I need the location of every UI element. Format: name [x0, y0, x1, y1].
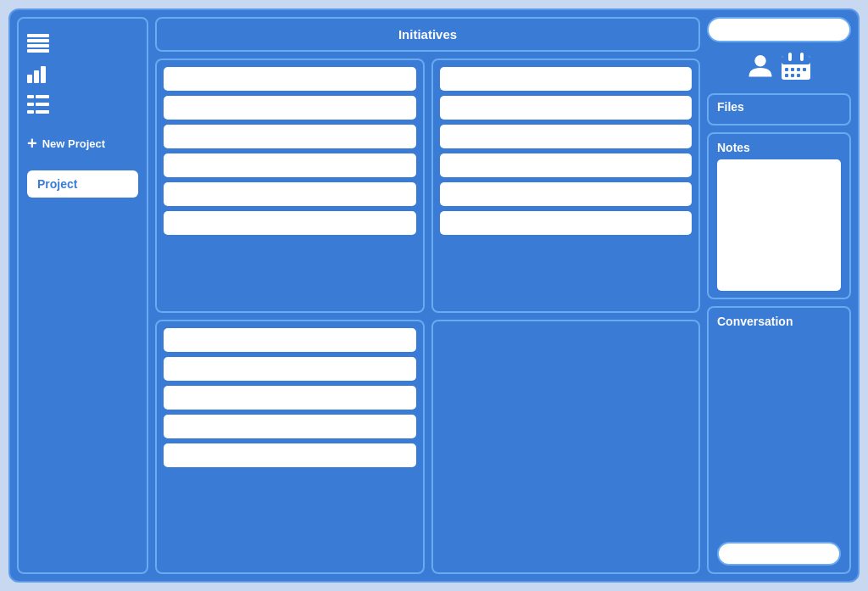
- plus-icon: +: [27, 134, 37, 153]
- chart-icon[interactable]: [27, 64, 138, 83]
- right-panel-inner: Files Notes Conversation: [707, 17, 851, 574]
- conversation-section: Conversation: [707, 306, 851, 574]
- row-item[interactable]: [164, 67, 416, 91]
- svg-rect-7: [27, 95, 34, 98]
- main-content: Initiatives: [155, 17, 700, 574]
- avatar-icon[interactable]: [748, 53, 773, 83]
- row-item[interactable]: [440, 125, 693, 148]
- bottom-right-panel: [431, 320, 701, 574]
- files-label: Files: [717, 100, 744, 114]
- tasks-icon[interactable]: [27, 95, 138, 114]
- row-item[interactable]: [164, 443, 416, 467]
- row-item[interactable]: [440, 96, 693, 120]
- row-item[interactable]: [164, 328, 416, 352]
- svg-rect-8: [36, 95, 49, 98]
- notes-section: Notes: [707, 132, 851, 299]
- row-item[interactable]: [440, 67, 693, 91]
- row-item[interactable]: [440, 211, 693, 235]
- conversation-label: Conversation: [717, 315, 841, 328]
- row-item[interactable]: [164, 96, 416, 120]
- row-item[interactable]: [164, 182, 416, 206]
- row-item[interactable]: [164, 153, 416, 177]
- sidebar-icons-group: [27, 34, 138, 114]
- app-container: + New Project Project Initiatives: [8, 8, 860, 583]
- svg-rect-15: [782, 56, 810, 64]
- svg-rect-17: [800, 53, 804, 61]
- right-search-input[interactable]: [707, 17, 851, 42]
- row-item[interactable]: [164, 386, 416, 410]
- svg-point-13: [754, 55, 766, 67]
- svg-rect-18: [785, 68, 788, 71]
- svg-rect-22: [785, 74, 788, 77]
- conversation-input[interactable]: [717, 542, 841, 566]
- project-item[interactable]: Project: [27, 170, 138, 198]
- right-panel: Files Notes Conversation: [707, 17, 851, 574]
- svg-rect-2: [27, 44, 49, 47]
- svg-rect-20: [797, 68, 800, 71]
- row-item[interactable]: [164, 357, 416, 381]
- svg-rect-16: [788, 53, 792, 61]
- sidebar: + New Project Project: [17, 17, 148, 574]
- notes-content[interactable]: [717, 159, 841, 291]
- files-section: Files: [707, 93, 851, 125]
- top-left-panel: [155, 59, 425, 313]
- svg-rect-1: [27, 39, 49, 42]
- initiatives-header: Initiatives: [155, 17, 700, 52]
- svg-rect-23: [791, 74, 794, 77]
- row-item[interactable]: [440, 153, 693, 177]
- notes-label: Notes: [717, 141, 841, 154]
- bottom-grid-row: [155, 320, 700, 574]
- conversation-content: [717, 333, 841, 535]
- svg-rect-12: [36, 110, 49, 114]
- svg-rect-11: [27, 110, 34, 114]
- svg-rect-24: [797, 74, 800, 77]
- svg-rect-19: [791, 68, 794, 71]
- svg-rect-3: [27, 49, 49, 53]
- list-icon[interactable]: [27, 34, 138, 53]
- svg-rect-21: [803, 68, 806, 71]
- svg-rect-5: [34, 70, 39, 83]
- row-item[interactable]: [164, 415, 416, 438]
- svg-rect-6: [41, 66, 46, 83]
- row-item[interactable]: [164, 211, 416, 235]
- svg-rect-0: [27, 34, 49, 37]
- bottom-left-panel: [155, 320, 425, 574]
- svg-rect-9: [27, 103, 34, 106]
- row-item[interactable]: [164, 125, 416, 148]
- new-project-button[interactable]: + New Project: [27, 134, 138, 153]
- row-item[interactable]: [440, 182, 693, 206]
- calendar-icon[interactable]: [782, 53, 810, 83]
- new-project-label: New Project: [42, 137, 105, 150]
- top-right-panel: [431, 59, 701, 313]
- right-icons-row: [707, 49, 851, 86]
- grid-area: [155, 59, 700, 574]
- top-grid-row: [155, 59, 700, 313]
- svg-rect-10: [36, 103, 49, 106]
- svg-rect-4: [27, 75, 32, 83]
